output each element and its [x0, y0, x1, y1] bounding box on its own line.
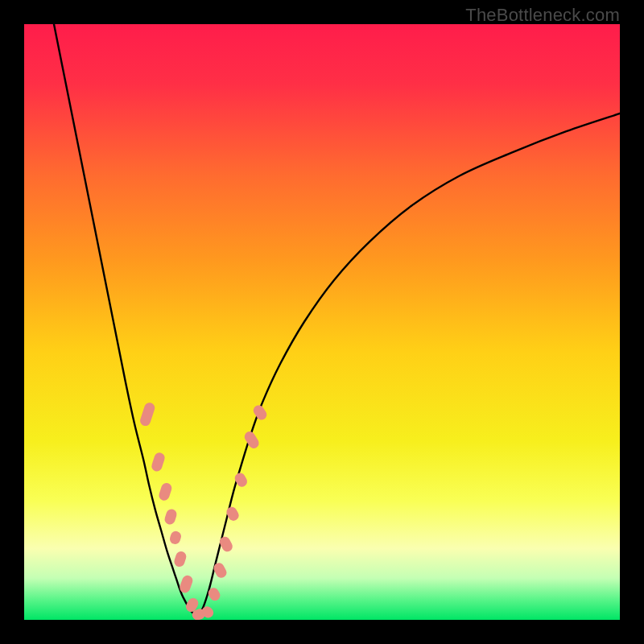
- highlight-point: [163, 508, 178, 526]
- highlight-point: [173, 550, 188, 568]
- plot-area: [24, 24, 620, 620]
- highlight-point: [218, 535, 235, 553]
- highlight-point: [242, 430, 261, 451]
- chart-curves: [24, 24, 620, 620]
- curve-right-branch: [197, 114, 620, 617]
- highlight-point: [138, 402, 156, 427]
- highlight-point: [212, 561, 229, 580]
- highlight-point: [158, 481, 173, 502]
- highlight-point: [168, 530, 182, 546]
- highlight-point: [251, 403, 269, 422]
- curve-left-branch: [54, 24, 197, 617]
- highlight-point: [151, 452, 167, 473]
- watermark-text: TheBottleneck.com: [465, 5, 620, 26]
- chart-container: TheBottleneck.com: [0, 0, 644, 644]
